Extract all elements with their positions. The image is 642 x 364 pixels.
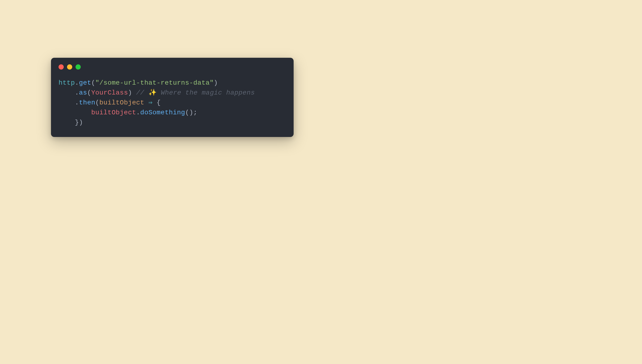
close-icon[interactable] <box>59 64 64 70</box>
code-comment: // <box>136 89 148 96</box>
code-indent <box>59 99 75 106</box>
code-method: then <box>79 99 95 106</box>
code-comment: Where the magic happens <box>157 89 255 96</box>
maximize-icon[interactable] <box>76 64 81 70</box>
code-block: http.get("/some-url-that-returns-data") … <box>59 78 286 128</box>
code-punct: (); <box>185 109 197 116</box>
code-identifier: http <box>59 79 75 86</box>
code-punct: ( <box>87 89 91 96</box>
code-method: as <box>79 89 87 96</box>
code-punct: ( <box>95 99 99 106</box>
code-method: doSomething <box>140 109 185 116</box>
code-indent <box>59 109 91 116</box>
code-punct: . <box>75 89 79 96</box>
code-indent <box>59 119 75 126</box>
code-punct: ) <box>214 79 218 86</box>
code-class: YourClass <box>91 89 128 96</box>
code-identifier: builtObject <box>91 109 136 116</box>
traffic-lights <box>59 64 286 70</box>
code-punct: . <box>75 79 79 86</box>
code-punct: . <box>75 99 79 106</box>
code-method: get <box>79 79 91 86</box>
code-indent <box>59 89 75 96</box>
code-punct: ) <box>128 89 136 96</box>
code-punct: }) <box>75 119 83 126</box>
code-punct: . <box>136 109 140 116</box>
arrow-icon: ⇒ <box>144 99 156 106</box>
code-punct: ( <box>91 79 95 86</box>
code-window: http.get("/some-url-that-returns-data") … <box>51 58 294 137</box>
code-string: "/some-url-that-returns-data" <box>95 79 214 86</box>
sparkle-icon: ✨ <box>148 89 157 96</box>
code-punct: { <box>156 99 160 106</box>
code-param: builtObject <box>99 99 144 106</box>
minimize-icon[interactable] <box>67 64 72 70</box>
